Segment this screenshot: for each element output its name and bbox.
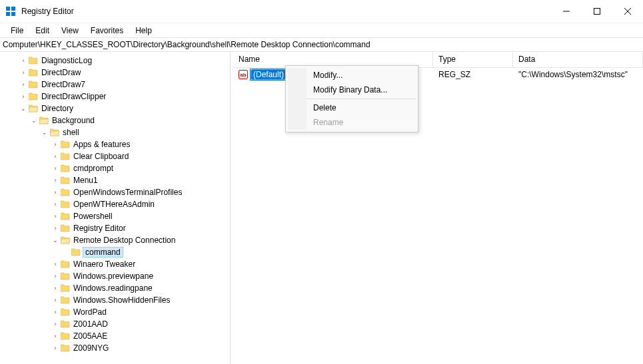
tree-label: Remote Desktop Connection [72, 236, 177, 245]
caret-closed-icon[interactable]: › [52, 261, 59, 268]
tree-item-directdraw[interactable]: ›DirectDraw [20, 67, 230, 79]
caret-closed-icon[interactable]: › [20, 81, 27, 88]
tree-item-cmdprompt[interactable]: ›cmdprompt [52, 162, 230, 174]
menu-help[interactable]: Help [130, 25, 157, 37]
tree-item-wordpad[interactable]: ›WordPad [52, 306, 230, 318]
tree-label: Windows.previewpane [72, 272, 155, 281]
caret-open-icon[interactable]: ⌄ [20, 105, 27, 112]
caret-closed-icon[interactable]: › [52, 165, 59, 172]
menubar: File Edit View Favorites Help [0, 23, 643, 37]
caret-closed-icon[interactable]: › [52, 309, 59, 315]
tree-label: Z001AAD [72, 319, 109, 329]
tree-item-shell[interactable]: ⌄shell [41, 126, 230, 138]
caret-closed-icon[interactable]: › [20, 93, 27, 100]
menu-favorites[interactable]: Favorites [85, 25, 129, 37]
svg-rect-1 [11, 7, 15, 11]
caret-closed-icon[interactable]: › [52, 297, 59, 303]
tree-item-z005aae[interactable]: ›Z005AAE [52, 330, 230, 342]
list-pane: Name Type Data ab (Default) REG_SZ "C:\W… [233, 52, 643, 364]
content: ›DiagnosticLog›DirectDraw›DirectDraw7›Di… [0, 52, 643, 364]
caret-open-icon[interactable]: ⌄ [41, 129, 48, 136]
tree-label: DirectDrawClipper [40, 92, 107, 101]
tree-item-directdrawclipper[interactable]: ›DirectDrawClipper [20, 91, 230, 102]
tree-item-z001aad[interactable]: ›Z001AAD [52, 318, 230, 330]
tree-label: DiagnosticLog [40, 56, 93, 65]
tree-item-z009nyg[interactable]: ›Z009NYG [52, 342, 230, 354]
tree-label: DirectDraw [40, 68, 82, 77]
maximize-button[interactable] [582, 0, 612, 23]
minimize-button[interactable] [551, 0, 582, 23]
tree-item-windows-showhiddenfiles[interactable]: ›Windows.ShowHiddenFiles [52, 294, 230, 306]
window-title: Registry Editor [21, 7, 551, 16]
caret-open-icon[interactable]: ⌄ [31, 117, 37, 124]
caret-closed-icon[interactable]: › [52, 189, 59, 196]
tree-label: DirectDraw7 [40, 80, 87, 89]
tree-item-openwthereasadmin[interactable]: ›OpenWTHereAsAdmin [52, 198, 230, 210]
tree-item-winaero-tweaker[interactable]: ›Winaero Tweaker [52, 258, 230, 270]
folder-closed-icon [61, 284, 70, 292]
context-modify-binary[interactable]: Modify Binary Data... [307, 83, 416, 97]
addressbar[interactable]: Computer\HKEY_CLASSES_ROOT\Directory\Bac… [0, 37, 643, 52]
folder-closed-icon [29, 92, 38, 100]
caret-open-icon[interactable]: ⌄ [52, 237, 59, 244]
addressbar-path: Computer\HKEY_CLASSES_ROOT\Directory\Bac… [3, 40, 370, 49]
folder-closed-icon [61, 176, 70, 184]
caret-closed-icon[interactable]: › [52, 201, 59, 208]
caret-closed-icon[interactable]: › [52, 285, 59, 291]
folder-closed-icon [61, 212, 70, 220]
column-header-data[interactable]: Data [513, 52, 643, 67]
tree-label: Z005AAE [72, 331, 109, 341]
caret-closed-icon[interactable]: › [52, 225, 59, 232]
caret-closed-icon[interactable]: › [52, 141, 59, 148]
folder-closed-icon [61, 308, 70, 316]
tree-label: OpenWTHereAsAdmin [72, 200, 156, 209]
tree-pane[interactable]: ›DiagnosticLog›DirectDraw›DirectDraw7›Di… [0, 52, 231, 364]
tree-item-registry-editor[interactable]: ›Registry Editor [52, 222, 230, 234]
menu-view[interactable]: View [56, 25, 84, 37]
svg-rect-2 [6, 12, 10, 16]
folder-closed-icon [61, 320, 70, 328]
caret-closed-icon[interactable]: › [52, 273, 59, 279]
tree-item-powershell[interactable]: ›Powershell [52, 210, 230, 222]
caret-closed-icon[interactable]: › [20, 57, 27, 64]
context-divider [307, 98, 416, 99]
tree-item-apps-features[interactable]: ›Apps & features [52, 138, 230, 150]
column-header-type[interactable]: Type [433, 52, 513, 67]
caret-closed-icon[interactable]: › [52, 321, 59, 327]
tree-item-remote-desktop-connection[interactable]: ⌄Remote Desktop Connection [52, 234, 230, 246]
tree-item-windows-previewpane[interactable]: ›Windows.previewpane [52, 270, 230, 282]
folder-closed-icon [61, 140, 70, 148]
tree-item-directdraw7[interactable]: ›DirectDraw7 [20, 79, 230, 91]
menu-file[interactable]: File [5, 25, 29, 37]
folder-closed-icon [29, 81, 38, 89]
tree-item-openwindowsterminalprofiles[interactable]: ›OpenWindowsTerminalProfiles [52, 186, 230, 198]
folder-closed-icon [61, 332, 70, 340]
tree-label: Background [51, 116, 96, 125]
folder-closed-icon [61, 260, 70, 268]
regedit-icon [5, 6, 16, 17]
context-delete[interactable]: Delete [307, 100, 416, 115]
caret-closed-icon[interactable]: › [52, 177, 59, 184]
folder-open-icon [50, 128, 59, 136]
folder-closed-icon [71, 248, 81, 256]
caret-closed-icon[interactable]: › [20, 69, 27, 76]
menu-edit[interactable]: Edit [30, 25, 55, 37]
close-button[interactable] [612, 0, 643, 23]
value-type: REG_SZ [433, 69, 513, 81]
caret-closed-icon[interactable]: › [52, 333, 59, 339]
tree-label: Directory [40, 104, 75, 113]
tree-item-menu1[interactable]: ›Menu1 [52, 174, 230, 186]
caret-closed-icon[interactable]: › [52, 153, 59, 160]
context-modify[interactable]: Modify... [307, 68, 416, 83]
tree-item-directory[interactable]: ⌄Directory [20, 102, 230, 114]
caret-closed-icon[interactable]: › [52, 345, 59, 351]
folder-closed-icon [61, 296, 70, 304]
tree-item-diagnosticlog[interactable]: ›DiagnosticLog [20, 55, 230, 67]
caret-closed-icon[interactable]: › [52, 213, 59, 220]
tree-label: shell [61, 128, 81, 137]
tree-item-background[interactable]: ⌄Background [31, 114, 230, 126]
tree-item-windows-readingpane[interactable]: ›Windows.readingpane [52, 282, 230, 294]
folder-closed-icon [61, 344, 70, 352]
tree-item-clear-clipboard[interactable]: ›Clear Clipboard [52, 150, 230, 162]
tree-item-command[interactable]: ›command [63, 246, 230, 258]
